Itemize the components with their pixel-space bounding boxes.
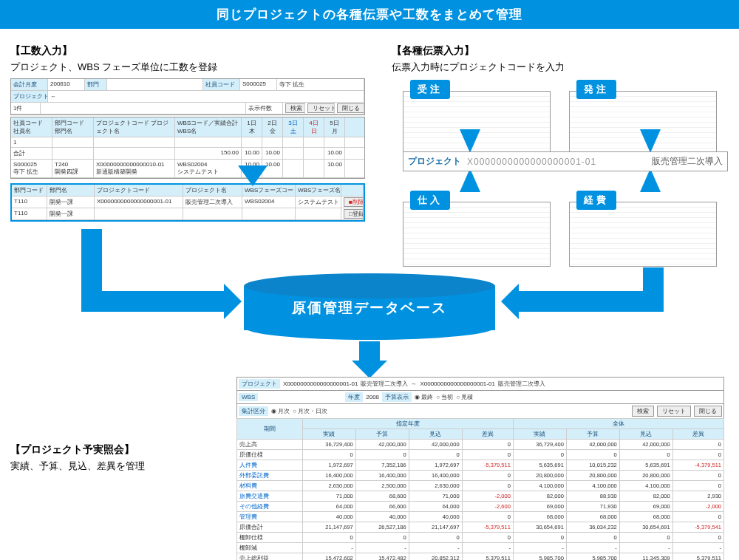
report-sub: 実績、予算、見込、差異を管理: [10, 460, 232, 473]
tag-expense: 経費: [576, 191, 616, 210]
tag-order: 受注: [410, 80, 450, 99]
detail-reg-button[interactable]: □登録: [344, 209, 364, 219]
tag-po: 発注: [576, 80, 616, 99]
total-row: 1: [11, 137, 364, 148]
vouchers-section: 【各種伝票入力】 伝票入力時にプロジェクトコードを入力: [392, 44, 732, 78]
report-filter-1: プロジェクト X0000000000000000001-01 販売管理二次導入 …: [236, 377, 724, 390]
workhours-sub: プロジェクト、WBS フェーズ単位に工数を登録: [10, 61, 365, 74]
db-label: 原価管理データベース: [244, 298, 495, 318]
close-button[interactable]: 閉じる: [337, 103, 364, 113]
radio-monthly[interactable]: ◉ 月次: [271, 407, 290, 415]
vouchers-sub: 伝票入力時にプロジェクトコードを入力: [392, 61, 732, 74]
report-close-button[interactable]: 閉じる: [694, 406, 722, 417]
report-panel: プロジェクト X0000000000000000001-01 販売管理二次導入 …: [236, 377, 724, 560]
tag-purchase: 仕入: [410, 191, 450, 210]
workhours-title: 【工数入力】: [10, 44, 365, 58]
report-table: 期間指定年度全体 実績予算見込差異実績予算見込差異 売上高36,729,4004…: [236, 418, 724, 560]
emp-value[interactable]: S000025: [240, 79, 277, 90]
search-button[interactable]: 検索: [285, 103, 305, 113]
vouchers-title: 【各種伝票入力】: [392, 44, 732, 58]
workhours-detail-grid: 部門コード 部門名 プロジェクトコード プロジェクト名 WBSフェーズコード W…: [10, 183, 365, 222]
database-cylinder: 原価管理データベース: [244, 273, 495, 340]
dept-value[interactable]: [107, 79, 203, 90]
arrow-left-icon: [517, 291, 664, 312]
emp-name: 寺下 拡生: [277, 79, 364, 90]
workhours-section: 【工数入力】 プロジェクト、WBS フェーズ単位に工数を登録 会計月度 2008…: [10, 44, 365, 222]
callout-triangle-icon: [640, 168, 661, 192]
callout-triangle-icon: [640, 129, 661, 153]
report-title: 【プロジェクト予実照会】: [10, 443, 232, 457]
disp-label: 表示件数: [246, 103, 283, 114]
reset-button[interactable]: リセット: [307, 103, 335, 113]
total-label: 合計: [11, 148, 52, 159]
data-row[interactable]: S000025寺下 拡生 T240開発四課 X00000000000000010…: [11, 160, 364, 178]
emp-label: 社員コード: [203, 79, 240, 90]
callout-triangle-icon: [460, 129, 480, 153]
project-strip: プロジェクト X0000000000000000001-01 販売管理二次導入: [403, 151, 728, 171]
callout-triangle-icon: [460, 168, 480, 192]
voucher-purchase-thumb: [403, 202, 551, 267]
page-banner: 同じプロジェクトの各種伝票や工数をまとめて管理: [0, 0, 739, 29]
report-reset-button[interactable]: リセット: [657, 406, 691, 417]
detail-row[interactable]: T110 開発一課 □登録: [12, 208, 364, 220]
grid-header: 社員コード 社員名 部門コード 部門名 プロジェクトコード プロジェクト名 WB…: [11, 117, 364, 137]
workhours-main-grid: 社員コード 社員名 部門コード 部門名 プロジェクトコード プロジェクト名 WB…: [10, 117, 365, 179]
voucher-expense-thumb: [569, 202, 717, 267]
radio-latest[interactable]: ◉ 最終: [415, 393, 433, 401]
detail-del-button[interactable]: ■削除: [344, 197, 364, 207]
pj-strip-label: プロジェクト: [408, 155, 461, 168]
pj-strip-name: 販売管理二次導入: [652, 155, 723, 168]
radio-initial[interactable]: ○ 当初: [436, 393, 453, 401]
workhours-top-grid: 会計月度 200810 部門 社員コード S000025 寺下 拡生 プロジェク…: [10, 78, 365, 115]
pj-strip-code: X0000000000000000001-01: [467, 157, 652, 167]
detail-row[interactable]: T110 開発一課 X0000000000000000001-01 販売管理二次…: [12, 197, 364, 208]
ym-value[interactable]: 200810: [48, 79, 85, 90]
arrow-down-icon: [359, 341, 380, 362]
dept-label: 部門: [85, 79, 107, 90]
ym-label: 会計月度: [11, 79, 48, 90]
radio-daily[interactable]: ○ 月次・日次: [293, 407, 327, 415]
report-filter-3: 集計区分 ◉ 月次 ○ 月次・日次 検索 リセット 閉じる: [236, 403, 724, 418]
callout-triangle-icon: [238, 165, 268, 186]
proj-value[interactable]: ～: [48, 91, 364, 102]
radio-estimate[interactable]: ○ 見積: [456, 393, 473, 401]
report-search-button[interactable]: 検索: [632, 406, 654, 417]
report-filter-2: WBS 年度2008 予算表示 ◉ 最終 ○ 当初 ○ 見積: [236, 390, 724, 403]
arrow-right-icon: [81, 291, 225, 312]
proj-label: プロジェクト: [11, 91, 48, 102]
count-label: 1件: [11, 103, 41, 114]
report-label-section: 【プロジェクト予実照会】 実績、予算、見込、差異を管理: [10, 443, 232, 477]
